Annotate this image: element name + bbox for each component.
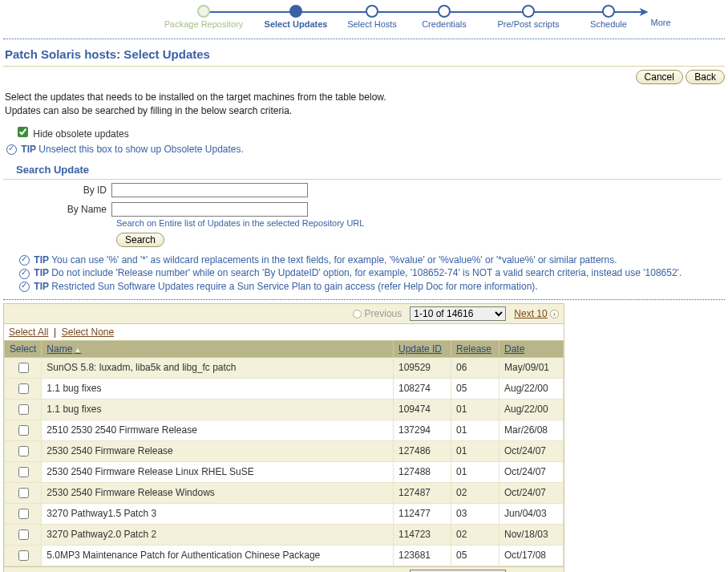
- wizard-step-package-repository[interactable]: Package Repository: [164, 5, 244, 29]
- cell-name: 2530 2540 Firmware Release Windows: [42, 482, 394, 503]
- hide-obsolete-label: Hide obsolete updates: [33, 128, 128, 140]
- prev-icon: [353, 310, 362, 318]
- tip-text: You can use '%' and '*' as wildcard repl…: [51, 254, 617, 266]
- cell-release: 01: [451, 399, 499, 420]
- col-update-id[interactable]: Update ID: [394, 340, 451, 357]
- cell-name: SunOS 5.8: luxadm, liba5k and libg_fc pa…: [42, 357, 394, 378]
- row-checkbox[interactable]: [18, 446, 29, 456]
- tip-line: TIP You can use '%' and '*' as wildcard …: [19, 254, 725, 266]
- divider: [3, 39, 725, 39]
- wizard-step-credentials[interactable]: Credentials: [404, 5, 484, 29]
- table-row: 2510 2530 2540 Firmware Release13729401M…: [5, 420, 564, 440]
- tip-icon: [19, 255, 30, 266]
- cell-update-id: 112477: [394, 503, 451, 524]
- cell-date: May/09/01: [499, 357, 564, 378]
- cell-name: 2530 2540 Firmware Release: [42, 440, 394, 461]
- page-title: Patch Solaris hosts: Select Updates: [3, 44, 725, 67]
- by-name-label: By Name: [3, 204, 111, 215]
- updates-panel: Previous 1-10 of 14616 Next 10 Select Al…: [3, 303, 564, 572]
- tip-prefix: TIP: [34, 267, 49, 278]
- col-date[interactable]: Date: [499, 340, 564, 357]
- tip-prefix: TIP: [21, 144, 36, 155]
- tip-prefix: TIP: [34, 281, 49, 292]
- cancel-button[interactable]: Cancel: [636, 70, 683, 84]
- tip-text: Do not include 'Release number' while on…: [51, 267, 681, 278]
- cell-update-id: 108274: [394, 378, 451, 399]
- divider: [3, 299, 725, 300]
- cell-name: 1.1 bug fixes: [42, 399, 394, 420]
- row-checkbox[interactable]: [18, 550, 29, 561]
- cell-release: 01: [451, 420, 499, 440]
- select-all-link[interactable]: Select All: [9, 327, 48, 338]
- col-select: Select: [5, 340, 42, 357]
- table-row: 1.1 bug fixes10947401Aug/22/00: [5, 399, 564, 420]
- select-none-link[interactable]: Select None: [62, 327, 114, 338]
- table-row: 2530 2540 Firmware Release Windows127487…: [5, 482, 564, 503]
- tip-icon: [6, 144, 17, 155]
- more-label: More: [621, 18, 701, 27]
- search-header: Search Update: [3, 156, 722, 180]
- row-checkbox[interactable]: [18, 529, 29, 540]
- tips-block: TIP You can use '%' and '*' as wildcard …: [3, 250, 725, 296]
- cell-date: Oct/24/07: [499, 482, 564, 503]
- updates-table: Select Name▲ Update ID Release Date SunO…: [4, 340, 564, 566]
- table-row: 2530 2540 Firmware Release Linux RHEL Su…: [5, 461, 564, 482]
- row-checkbox[interactable]: [18, 383, 29, 394]
- step-dot-icon: [366, 5, 378, 18]
- pager-bottom: Previous 1-10 of 14616 Next 10: [4, 566, 564, 572]
- tip-text: Restricted Sun Software Updates require …: [51, 281, 537, 292]
- cell-release: 05: [451, 545, 499, 566]
- row-checkbox[interactable]: [18, 467, 29, 477]
- cell-release: 03: [451, 503, 499, 524]
- search-by-name-input[interactable]: [111, 202, 308, 217]
- step-label: Pre/Post scripts: [488, 19, 568, 29]
- previous-link: Previous: [365, 308, 402, 319]
- cell-date: Aug/22/00: [499, 378, 564, 399]
- wizard-more[interactable]: More: [621, 18, 701, 27]
- intro-line: Updates can also be searched by filling …: [5, 104, 723, 118]
- cell-update-id: 127486: [394, 440, 451, 461]
- step-label: Package Repository: [164, 19, 244, 29]
- step-dot-icon: [197, 5, 210, 18]
- tip-text: Unselect this box to show up Obsolete Up…: [38, 144, 243, 155]
- sort-asc-icon: ▲: [72, 346, 81, 354]
- cell-date: Aug/22/00: [499, 399, 564, 420]
- hide-obsolete-row: Hide obsolete updates: [3, 123, 725, 143]
- wizard-step-select-hosts[interactable]: Select Hosts: [332, 5, 412, 29]
- wizard-step-select-updates[interactable]: Select Updates: [256, 5, 336, 29]
- tip-obsolete: TIP Unselect this box to show up Obsolet…: [3, 143, 725, 156]
- cell-name: 2530 2540 Firmware Release Linux RHEL Su…: [42, 461, 394, 482]
- search-button[interactable]: Search: [116, 233, 164, 247]
- back-button[interactable]: Back: [686, 70, 725, 84]
- step-dot-icon: [522, 5, 535, 18]
- col-release[interactable]: Release: [451, 340, 499, 357]
- cell-release: 02: [451, 482, 499, 503]
- search-by-id-input[interactable]: [111, 183, 308, 197]
- table-row: SunOS 5.8: luxadm, liba5k and libg_fc pa…: [5, 357, 564, 378]
- by-id-label: By ID: [3, 185, 111, 196]
- row-checkbox[interactable]: [18, 509, 29, 519]
- search-by-name-row: By Name: [3, 199, 725, 218]
- cell-update-id: 137294: [394, 420, 451, 440]
- wizard-step-pre-post-scripts[interactable]: Pre/Post scripts: [488, 5, 568, 29]
- next-icon[interactable]: [550, 310, 559, 318]
- cell-update-id: 109529: [394, 357, 451, 378]
- col-name[interactable]: Name▲: [42, 340, 394, 357]
- tip-prefix: TIP: [34, 254, 49, 266]
- row-checkbox[interactable]: [18, 404, 29, 415]
- cell-name: 3270 Pathway2.0 Patch 2: [42, 524, 394, 545]
- next-link[interactable]: Next 10: [514, 308, 547, 319]
- row-checkbox[interactable]: [18, 488, 29, 498]
- step-dot-icon: [602, 5, 615, 18]
- row-checkbox[interactable]: [18, 363, 29, 373]
- search-hint: Search on Entire list of Updates in the …: [3, 218, 725, 228]
- table-row: 3270 Pathway1.5 Patch 311247703Jun/04/03: [5, 503, 564, 524]
- hide-obsolete-checkbox[interactable]: [18, 127, 28, 137]
- cell-name: 3270 Pathway1.5 Patch 3: [42, 503, 394, 524]
- table-row: 3270 Pathway2.0 Patch 211472302Nov/18/03: [5, 524, 564, 545]
- cell-date: Jun/04/03: [499, 503, 564, 524]
- range-select[interactable]: 1-10 of 14616: [410, 306, 506, 321]
- table-row: 5.0MP3 Maintenance Patch for Authenticat…: [5, 545, 564, 566]
- cell-update-id: 127488: [394, 461, 451, 482]
- row-checkbox[interactable]: [18, 425, 29, 436]
